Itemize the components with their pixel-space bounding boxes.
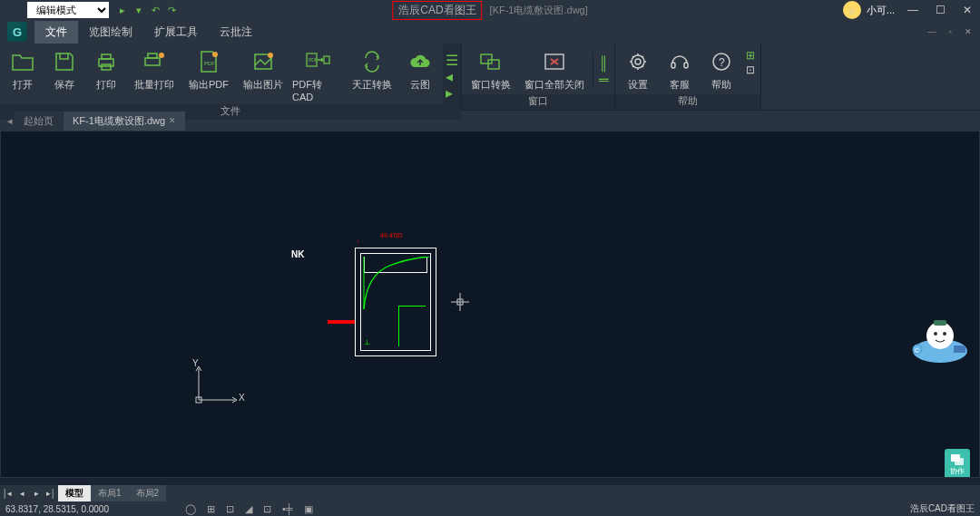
maximize-button[interactable]: ☐: [927, 1, 953, 19]
ribbon-window-buttons: 窗口转换 窗口全部关闭 ║ ═: [462, 44, 614, 94]
vbar-icon[interactable]: ║: [599, 56, 609, 70]
sub-close-button[interactable]: ✕: [960, 25, 976, 38]
image-icon: [250, 49, 276, 74]
svg-rect-13: [481, 54, 492, 63]
ortho-icon[interactable]: ⊡: [226, 503, 234, 515]
qat-redo-icon[interactable]: ↷: [165, 4, 178, 16]
grid-icon[interactable]: ⊞: [207, 503, 215, 515]
close-all-windows-button[interactable]: 窗口全部关闭: [518, 47, 591, 94]
snap-icon[interactable]: ◯: [185, 503, 196, 515]
ribbon-group-file: 打开 保存 打印 批量打印 PDF输出PDF 输出图片 PDFPDF转CAD 天…: [0, 44, 462, 110]
svg-point-5: [159, 53, 164, 58]
layout-next-button[interactable]: ▸: [29, 489, 44, 498]
layout-tab-layout2[interactable]: 布局2: [129, 485, 167, 501]
ribbon-extra-2-icon[interactable]: ⊡: [746, 63, 755, 76]
crosshair-cursor: [451, 293, 469, 315]
green-rect: [398, 306, 426, 346]
help-icon: ?: [709, 49, 734, 74]
headset-icon: [667, 49, 692, 74]
svg-rect-14: [488, 60, 499, 69]
mascot-assistant[interactable]: C: [908, 313, 972, 364]
app-logo-icon[interactable]: G: [7, 22, 27, 42]
file-back-icon[interactable]: ◂: [446, 68, 458, 81]
sub-restore-button[interactable]: ▫: [942, 25, 958, 38]
polar-icon[interactable]: ◢: [245, 503, 252, 515]
sub-window-buttons: — ▫ ✕: [924, 25, 976, 38]
svg-point-7: [212, 52, 218, 57]
file-list-icon[interactable]: ☰: [446, 52, 458, 64]
title-right: ☺ 小可... — ☐ ✕: [843, 1, 980, 19]
drawing-label: NK: [291, 249, 304, 259]
support-button[interactable]: 客服: [659, 47, 701, 94]
gear-icon: [625, 49, 651, 74]
title-center: 浩辰CAD看图王 [KF-1电缆敷设图.dwg]: [392, 1, 588, 20]
layout-first-button[interactable]: │◂: [0, 489, 15, 498]
settings-button[interactable]: 设置: [617, 47, 659, 94]
drawing-canvas[interactable]: NK 49.47ID ⊥ Y X C 协作: [0, 131, 980, 478]
hbar-icon[interactable]: ═: [599, 73, 609, 86]
mode-select[interactable]: 编辑模式: [27, 2, 109, 18]
menu-cloud-annotate[interactable]: 云批注: [209, 21, 263, 44]
status-right-label: 浩辰CAD看图王: [910, 502, 975, 515]
svg-point-35: [943, 332, 946, 336]
qat-undo-icon[interactable]: ↶: [149, 4, 162, 16]
layout-tab-layout1[interactable]: 布局1: [91, 485, 129, 501]
layer-icon[interactable]: ▣: [304, 503, 313, 515]
qat-new-icon[interactable]: ▸: [116, 4, 129, 16]
close-button[interactable]: ✕: [955, 1, 980, 19]
open-button[interactable]: 打开: [2, 47, 44, 104]
red-base-line: [328, 320, 355, 324]
open-icon: [10, 49, 35, 74]
ribbon-help-buttons: 设置 客服 ?帮助 ⊞ ⊡: [615, 44, 760, 94]
pdf-icon: PDF: [196, 49, 221, 74]
print-button[interactable]: 打印: [85, 47, 127, 104]
svg-point-9: [268, 53, 273, 58]
sub-minimize-button[interactable]: —: [924, 25, 940, 38]
close-all-icon: [542, 49, 567, 74]
tab-close-icon[interactable]: ✕: [169, 116, 176, 125]
menu-extensions[interactable]: 扩展工具: [143, 21, 209, 44]
layout-tab-model[interactable]: 模型: [58, 485, 91, 501]
svg-rect-3: [145, 58, 160, 65]
svg-text:PDF: PDF: [204, 61, 215, 66]
document-tabs: ◂ 起始页 KF-1电缆敷设图.dwg✕: [0, 111, 980, 131]
ribbon-group-window-label: 窗口: [462, 94, 614, 110]
qat-save-icon[interactable]: ▾: [132, 4, 145, 16]
window-switch-button[interactable]: 窗口转换: [464, 47, 518, 94]
svg-rect-4: [148, 54, 157, 58]
minimize-button[interactable]: —: [900, 1, 926, 19]
osnap-icon[interactable]: ⊡: [263, 503, 271, 515]
tab-prev-icon[interactable]: ◂: [7, 115, 13, 127]
ribbon: 打开 保存 打印 批量打印 PDF输出PDF 输出图片 PDFPDF转CAD 天…: [0, 44, 980, 111]
pdf-to-cad-button[interactable]: PDFPDF转CAD: [290, 47, 345, 104]
menu-file[interactable]: 文件: [34, 21, 78, 44]
quick-access-toolbar: ▸ ▾ ↶ ↷: [116, 4, 178, 16]
tab-current-file[interactable]: KF-1电缆敷设图.dwg✕: [64, 112, 185, 131]
export-pdf-button[interactable]: PDF输出PDF: [181, 47, 236, 104]
layout-prev-button[interactable]: ◂: [15, 489, 29, 498]
layout-last-button[interactable]: ▸│: [44, 489, 58, 498]
batch-print-button[interactable]: 批量打印: [127, 47, 181, 104]
pdf-to-cad-icon: PDF: [305, 49, 330, 74]
user-name[interactable]: 小可...: [867, 4, 895, 17]
ribbon-separator: [593, 53, 593, 89]
ribbon-extra-1-icon[interactable]: ⊞: [746, 49, 755, 62]
help-button[interactable]: ?帮助: [701, 47, 742, 94]
save-button[interactable]: 保存: [44, 47, 85, 104]
user-avatar-icon[interactable]: ☺: [843, 1, 861, 19]
menu-view-draw[interactable]: 览图绘制: [78, 21, 143, 44]
status-icons: ◯ ⊞ ⊡ ◢ ⊡ •╪ ▣: [185, 503, 313, 515]
ucs-y-label: Y: [192, 358, 199, 368]
svg-text:C: C: [915, 347, 919, 354]
track-icon[interactable]: •╪: [282, 503, 293, 515]
export-image-button[interactable]: 输出图片: [236, 47, 290, 104]
svg-rect-2: [102, 64, 111, 70]
cloud-icon: [407, 49, 433, 74]
green-tick: ⊥: [364, 338, 370, 346]
cloud-drawing-button[interactable]: 云图: [399, 47, 441, 104]
file-fwd-icon[interactable]: ▸: [446, 84, 458, 97]
svg-rect-39: [954, 346, 965, 353]
tangent-convert-button[interactable]: 天正转换: [345, 47, 399, 104]
collab-float-button[interactable]: 协作: [945, 449, 970, 478]
tab-start-page[interactable]: 起始页: [15, 112, 63, 131]
